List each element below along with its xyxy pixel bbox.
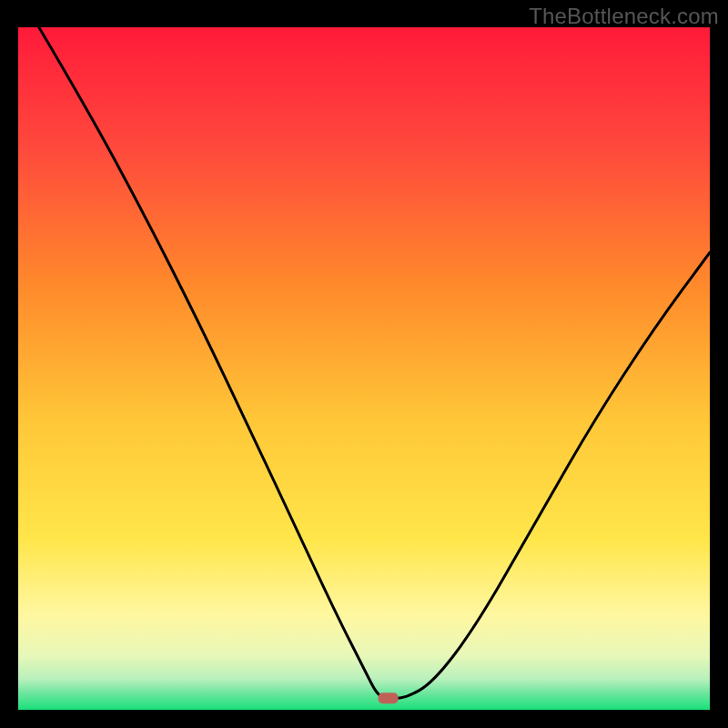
chart-overlay	[18, 27, 710, 710]
watermark-text: TheBottleneck.com	[529, 4, 719, 29]
min-marker	[379, 693, 399, 703]
bottleneck-curve	[39, 27, 710, 698]
chart-frame: TheBottleneck.com	[0, 0, 728, 728]
plot-area	[18, 27, 710, 710]
